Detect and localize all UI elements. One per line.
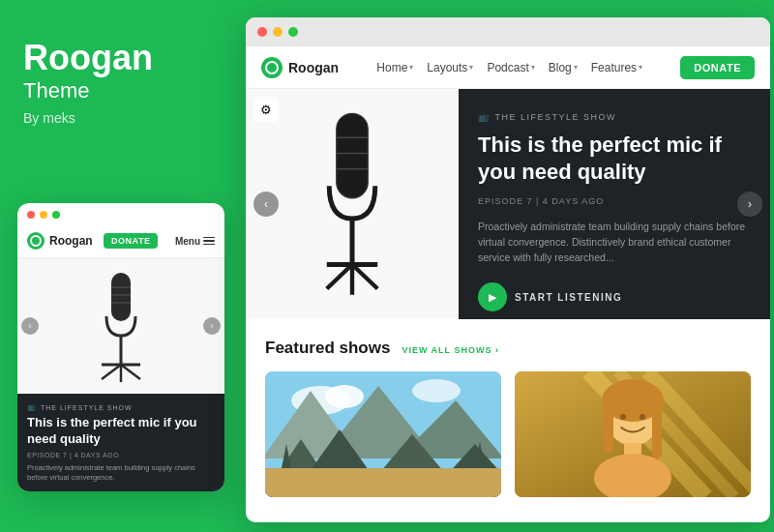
svg-point-44 bbox=[620, 414, 626, 420]
hero-text-area: 📺 THE LIFESTYLE SHOW This is the perfect… bbox=[459, 89, 770, 319]
mic-image-container bbox=[17, 258, 224, 394]
tv-icon-hero: 📺 bbox=[478, 112, 491, 122]
nav-blog[interactable]: Blog ▾ bbox=[549, 61, 578, 74]
hero-image-area: ⚙ bbox=[246, 89, 459, 319]
show-card-mountains[interactable] bbox=[265, 371, 501, 497]
play-button[interactable]: ▶ START LISTENING bbox=[478, 282, 622, 311]
brand-name: Roogan Theme bbox=[23, 39, 217, 104]
dot-yellow bbox=[40, 211, 47, 219]
svg-line-17 bbox=[352, 265, 377, 289]
featured-grid bbox=[265, 371, 751, 497]
nav-features[interactable]: Features ▾ bbox=[591, 61, 642, 74]
featured-header: Featured shows VIEW ALL SHOWS › bbox=[265, 339, 751, 358]
svg-point-21 bbox=[325, 385, 364, 408]
hero-next-arrow[interactable]: › bbox=[737, 192, 762, 217]
microphone-svg bbox=[87, 268, 155, 384]
hero-microphone-svg bbox=[304, 107, 401, 301]
podcast-caret: ▾ bbox=[531, 63, 535, 72]
view-all-link[interactable]: VIEW ALL SHOWS › bbox=[402, 345, 499, 355]
mobile-meta: EPISODE 7 | 4 DAYS AGO bbox=[27, 452, 215, 458]
svg-rect-41 bbox=[652, 396, 662, 458]
mobile-next-arrow[interactable]: › bbox=[203, 317, 221, 335]
mobile-preview-card: Roogan DONATE Menu ‹ bbox=[17, 203, 224, 491]
featured-section: Featured shows VIEW ALL SHOWS › bbox=[246, 319, 770, 497]
mobile-description: Proactively administrate team building s… bbox=[27, 463, 215, 484]
browser-nav-links: Home ▾ Layouts ▾ Podcast ▾ Blog ▾ Featur… bbox=[376, 61, 642, 74]
features-caret: ▾ bbox=[639, 63, 642, 72]
browser-top-bar bbox=[246, 17, 770, 46]
browser-navbar: Roogan Home ▾ Layouts ▾ Podcast ▾ Blog ▾… bbox=[246, 46, 770, 89]
hero-meta: EPISODE 7 | 4 DAYS AGO bbox=[478, 196, 751, 206]
hamburger-icon bbox=[203, 237, 215, 246]
dot-green bbox=[52, 211, 60, 219]
nav-layouts[interactable]: Layouts ▾ bbox=[427, 61, 473, 74]
mobile-card-title: This is the perfect mic if you need qual… bbox=[27, 415, 215, 448]
blog-caret: ▾ bbox=[574, 63, 578, 72]
svg-line-16 bbox=[327, 265, 352, 289]
hero-prev-arrow[interactable]: ‹ bbox=[253, 192, 279, 217]
browser-logo: Roogan bbox=[261, 57, 339, 78]
mobile-prev-arrow[interactable]: ‹ bbox=[21, 317, 39, 335]
settings-icon[interactable]: ⚙ bbox=[253, 97, 279, 122]
svg-line-6 bbox=[102, 365, 121, 379]
mobile-hero-image: ‹ › bbox=[17, 258, 224, 394]
nav-podcast[interactable]: Podcast ▾ bbox=[487, 61, 534, 74]
browser-logo-icon bbox=[261, 57, 283, 78]
svg-rect-0 bbox=[111, 273, 131, 321]
browser-window: Roogan Home ▾ Layouts ▾ Podcast ▾ Blog ▾… bbox=[246, 17, 770, 522]
svg-rect-9 bbox=[337, 113, 369, 198]
svg-point-22 bbox=[412, 379, 461, 402]
svg-rect-40 bbox=[604, 396, 613, 454]
play-circle-icon: ▶ bbox=[478, 282, 507, 311]
mobile-menu[interactable]: Menu bbox=[175, 236, 215, 247]
featured-title: Featured shows bbox=[265, 339, 390, 358]
browser-dot-red bbox=[257, 27, 267, 37]
brand-by: By meks bbox=[23, 110, 217, 126]
layouts-caret: ▾ bbox=[469, 63, 473, 72]
person-svg bbox=[515, 371, 751, 497]
browser-hero: ⚙ bbox=[246, 89, 770, 319]
mountain-svg bbox=[265, 371, 501, 497]
show-card-person[interactable] bbox=[515, 371, 751, 497]
play-label: START LISTENING bbox=[515, 292, 622, 303]
home-caret: ▾ bbox=[409, 63, 413, 72]
tv-icon: 📺 bbox=[27, 403, 37, 411]
mobile-logo: Roogan bbox=[27, 232, 93, 250]
hero-show-label: 📺 THE LIFESTYLE SHOW bbox=[478, 112, 751, 122]
svg-rect-30 bbox=[265, 468, 501, 497]
dot-red bbox=[27, 211, 35, 219]
svg-point-45 bbox=[640, 414, 645, 420]
nav-home[interactable]: Home ▾ bbox=[376, 61, 413, 74]
mobile-top-bar bbox=[17, 203, 224, 226]
mobile-card-content: 📺 THE LIFESTYLE SHOW This is the perfect… bbox=[17, 394, 224, 491]
mobile-logo-icon bbox=[27, 232, 45, 250]
hero-title: This is the perfect mic if you need qual… bbox=[478, 132, 751, 185]
mobile-header: Roogan DONATE Menu bbox=[17, 226, 224, 258]
browser-donate-button[interactable]: DONATE bbox=[680, 56, 755, 79]
mobile-show-label: 📺 THE LIFESTYLE SHOW bbox=[27, 403, 215, 411]
mobile-donate-button[interactable]: DONATE bbox=[104, 233, 158, 249]
hero-description: Proactively administrate team building s… bbox=[478, 220, 751, 265]
browser-dot-green bbox=[288, 27, 298, 37]
browser-dot-yellow bbox=[273, 27, 283, 37]
svg-line-7 bbox=[121, 365, 140, 379]
